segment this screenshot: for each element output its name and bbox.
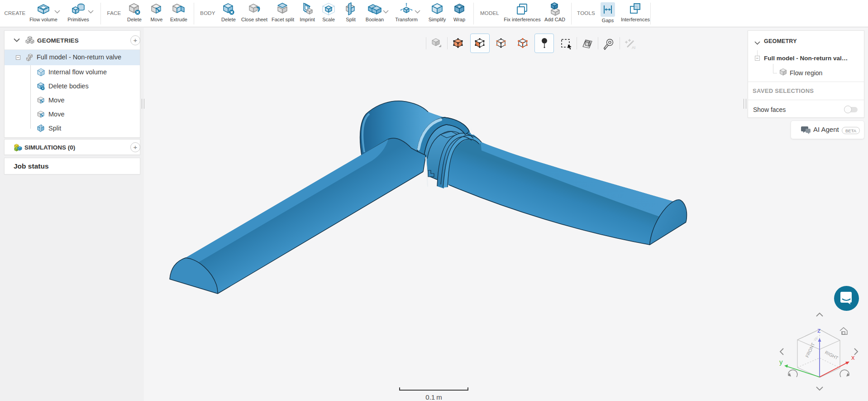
svg-text:y: y [779, 358, 783, 366]
svg-text:z: z [817, 326, 821, 334]
